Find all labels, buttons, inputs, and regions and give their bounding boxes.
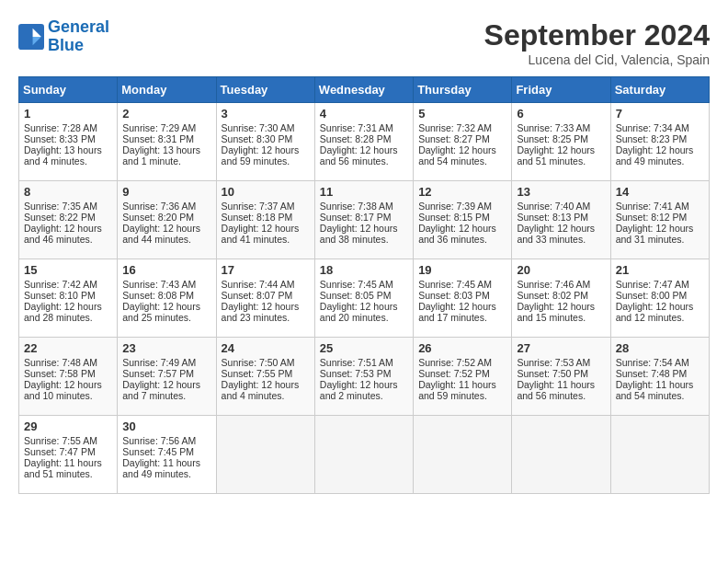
sunrise-text: Sunrise: 7:55 AM [24, 435, 97, 446]
day-number: 17 [222, 263, 310, 277]
table-row: 26 Sunrise: 7:52 AM Sunset: 7:52 PM Dayl… [414, 338, 512, 416]
day-number: 15 [24, 263, 112, 277]
day-number: 24 [222, 341, 310, 355]
table-row: 28 Sunrise: 7:54 AM Sunset: 7:48 PM Dayl… [610, 338, 709, 416]
empty-cell [216, 416, 314, 494]
sunset-text: Sunset: 7:55 PM [222, 368, 293, 379]
day-number: 25 [320, 341, 408, 355]
table-row: 9 Sunrise: 7:36 AM Sunset: 8:20 PM Dayli… [118, 181, 216, 259]
sunrise-text: Sunrise: 7:54 AM [616, 357, 689, 368]
daylight-text: Daylight: 12 hours and 44 minutes. [122, 223, 200, 245]
col-saturday: Saturday [610, 77, 709, 103]
sunrise-text: Sunrise: 7:45 AM [418, 279, 492, 290]
logo-text: General Blue [48, 18, 109, 55]
day-number: 28 [616, 341, 704, 355]
sunrise-text: Sunrise: 7:42 AM [24, 279, 97, 290]
sunrise-text: Sunrise: 7:38 AM [320, 201, 393, 212]
sunrise-text: Sunrise: 7:39 AM [418, 201, 492, 212]
sunset-text: Sunset: 7:57 PM [122, 368, 194, 379]
day-number: 26 [418, 341, 506, 355]
daylight-text: Daylight: 12 hours and 49 minutes. [616, 144, 694, 167]
daylight-text: Daylight: 12 hours and 51 minutes. [517, 144, 595, 167]
location: Lucena del Cid, Valencia, Spain [484, 52, 710, 67]
day-number: 16 [122, 263, 210, 277]
sunset-text: Sunset: 8:23 PM [616, 133, 688, 144]
daylight-text: Daylight: 11 hours and 51 minutes. [24, 457, 102, 479]
table-row: 19 Sunrise: 7:45 AM Sunset: 8:03 PM Dayl… [414, 259, 512, 338]
sunrise-text: Sunrise: 7:31 AM [320, 122, 393, 133]
daylight-text: Daylight: 12 hours and 59 minutes. [222, 144, 300, 167]
sunrise-text: Sunrise: 7:44 AM [222, 279, 295, 290]
day-number: 22 [24, 341, 112, 355]
table-row: 21 Sunrise: 7:47 AM Sunset: 8:00 PM Dayl… [610, 259, 709, 338]
month-title: September 2024 [484, 18, 710, 52]
daylight-text: Daylight: 11 hours and 54 minutes. [616, 379, 694, 401]
sunset-text: Sunset: 8:17 PM [320, 212, 392, 223]
sunrise-text: Sunrise: 7:35 AM [24, 201, 97, 212]
sunset-text: Sunset: 7:47 PM [24, 446, 96, 457]
table-row: 7 Sunrise: 7:34 AM Sunset: 8:23 PM Dayli… [610, 103, 709, 181]
sunrise-text: Sunrise: 7:40 AM [517, 201, 590, 212]
table-row: 29 Sunrise: 7:55 AM Sunset: 7:47 PM Dayl… [19, 416, 118, 494]
sunrise-text: Sunrise: 7:53 AM [517, 357, 590, 368]
daylight-text: Daylight: 12 hours and 23 minutes. [222, 301, 300, 323]
table-row: 2 Sunrise: 7:29 AM Sunset: 8:31 PM Dayli… [118, 103, 216, 181]
sunset-text: Sunset: 8:27 PM [418, 133, 490, 144]
table-row: 1 Sunrise: 7:28 AM Sunset: 8:33 PM Dayli… [19, 103, 118, 181]
sunset-text: Sunset: 7:58 PM [24, 368, 96, 379]
daylight-text: Daylight: 13 hours and 4 minutes. [24, 144, 102, 167]
sunset-text: Sunset: 7:50 PM [517, 368, 588, 379]
sunset-text: Sunset: 8:02 PM [517, 290, 588, 301]
daylight-text: Daylight: 12 hours and 7 minutes. [122, 379, 200, 401]
sunrise-text: Sunrise: 7:45 AM [320, 279, 393, 290]
sunrise-text: Sunrise: 7:51 AM [320, 357, 393, 368]
table-row: 16 Sunrise: 7:43 AM Sunset: 8:08 PM Dayl… [118, 259, 216, 338]
day-number: 3 [222, 107, 310, 121]
table-row: 18 Sunrise: 7:45 AM Sunset: 8:05 PM Dayl… [314, 259, 413, 338]
daylight-text: Daylight: 12 hours and 46 minutes. [24, 223, 102, 245]
calendar-table: Sunday Monday Tuesday Wednesday Thursday… [18, 76, 710, 494]
sunrise-text: Sunrise: 7:34 AM [616, 122, 689, 133]
sunrise-text: Sunrise: 7:41 AM [616, 201, 689, 212]
day-number: 19 [418, 263, 506, 277]
table-row: 24 Sunrise: 7:50 AM Sunset: 7:55 PM Dayl… [216, 338, 314, 416]
sunset-text: Sunset: 8:10 PM [24, 290, 96, 301]
sunset-text: Sunset: 8:08 PM [122, 290, 194, 301]
title-area: September 2024 Lucena del Cid, Valencia,… [484, 18, 710, 67]
sunset-text: Sunset: 8:15 PM [418, 212, 490, 223]
daylight-text: Daylight: 12 hours and 31 minutes. [616, 223, 694, 245]
daylight-text: Daylight: 12 hours and 10 minutes. [24, 379, 102, 401]
sunset-text: Sunset: 8:28 PM [320, 133, 392, 144]
daylight-text: Daylight: 11 hours and 49 minutes. [122, 457, 200, 479]
daylight-text: Daylight: 11 hours and 59 minutes. [418, 379, 496, 401]
table-row: 15 Sunrise: 7:42 AM Sunset: 8:10 PM Dayl… [19, 259, 118, 338]
calendar-header-row: Sunday Monday Tuesday Wednesday Thursday… [19, 77, 710, 103]
day-number: 30 [122, 419, 210, 433]
sunrise-text: Sunrise: 7:47 AM [616, 279, 689, 290]
table-row: 5 Sunrise: 7:32 AM Sunset: 8:27 PM Dayli… [414, 103, 512, 181]
sunset-text: Sunset: 8:03 PM [418, 290, 490, 301]
daylight-text: Daylight: 12 hours and 28 minutes. [24, 301, 102, 323]
table-row: 4 Sunrise: 7:31 AM Sunset: 8:28 PM Dayli… [314, 103, 413, 181]
col-thursday: Thursday [414, 77, 512, 103]
sunset-text: Sunset: 8:18 PM [222, 212, 293, 223]
table-row: 22 Sunrise: 7:48 AM Sunset: 7:58 PM Dayl… [19, 338, 118, 416]
sunrise-text: Sunrise: 7:43 AM [122, 279, 196, 290]
table-row: 14 Sunrise: 7:41 AM Sunset: 8:12 PM Dayl… [610, 181, 709, 259]
day-number: 13 [517, 185, 605, 199]
table-row: 3 Sunrise: 7:30 AM Sunset: 8:30 PM Dayli… [216, 103, 314, 181]
table-row: 20 Sunrise: 7:46 AM Sunset: 8:02 PM Dayl… [512, 259, 610, 338]
day-number: 20 [517, 263, 605, 277]
day-number: 29 [24, 419, 112, 433]
day-number: 5 [418, 107, 506, 121]
day-number: 21 [616, 263, 704, 277]
col-sunday: Sunday [19, 77, 118, 103]
sunrise-text: Sunrise: 7:49 AM [122, 357, 196, 368]
table-row: 13 Sunrise: 7:40 AM Sunset: 8:13 PM Dayl… [512, 181, 610, 259]
table-row: 8 Sunrise: 7:35 AM Sunset: 8:22 PM Dayli… [19, 181, 118, 259]
day-number: 12 [418, 185, 506, 199]
day-number: 2 [122, 107, 210, 121]
sunrise-text: Sunrise: 7:50 AM [222, 357, 295, 368]
daylight-text: Daylight: 12 hours and 2 minutes. [320, 379, 398, 401]
calendar-week-row: 1 Sunrise: 7:28 AM Sunset: 8:33 PM Dayli… [19, 103, 710, 181]
